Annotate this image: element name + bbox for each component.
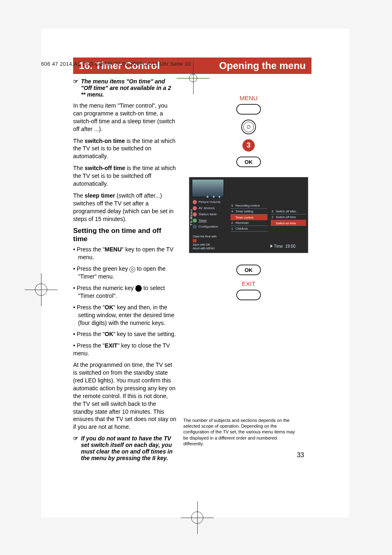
osd-hints: Clear the time with Save with OK Abort w… [193, 235, 217, 250]
section-heading: Setting the on time and off time [73, 227, 177, 243]
step-1: Press the "MENU" key to open the TV menu… [73, 246, 177, 261]
ok-button-icon: OK [236, 157, 261, 167]
intro-paragraph: In the menu item "Timer control", you ca… [73, 102, 177, 133]
menu-button-icon [236, 104, 261, 115]
switch-on-paragraph: The switch-on time is the time at which … [73, 137, 177, 161]
menu-label: MENU [212, 94, 286, 101]
green-button-icon [241, 120, 256, 134]
ok-button-icon: OK [236, 265, 261, 275]
step-5: • Press the "OK" key to save the setting… [73, 330, 177, 338]
dot-icon [193, 212, 197, 216]
dot-icon [193, 200, 197, 204]
osd-time-display: Time 19:00 [270, 244, 295, 249]
manual-page: 606 47 2014.A1 LCD-GB MK 22.06.2006 14:1… [41, 29, 349, 518]
pointing-hand-icon: ☞ [73, 435, 78, 461]
star-rating-icon: ★ ★ ★ [206, 195, 222, 199]
page-number: 33 [297, 451, 304, 459]
note-clear-times: ☞ If you do not want to have the TV set … [73, 435, 177, 461]
step-4: Press the "OK" key and then, in the sett… [73, 304, 177, 327]
standby-explanation: At the programmed on time, the TV set is… [73, 361, 177, 431]
step-list: Press the "MENU" key to open the TV menu… [73, 246, 177, 357]
pointing-hand-icon: ☞ [73, 78, 78, 98]
step-6: • Press the "EXIT" key to close the TV m… [73, 342, 177, 357]
osd-submenu: 5Recording control 4Timer setting Timer … [231, 203, 267, 232]
note-2star-limitation: ☞ The menu items "On time" and "Off time… [73, 78, 177, 98]
numeric-2-icon: 2 [135, 285, 142, 292]
step-3: Press the numeric key 2 to select "Timer… [73, 284, 177, 300]
footnote: The number of subjects and sections depe… [183, 417, 298, 447]
green-key-icon [129, 267, 135, 272]
switch-off-paragraph: The switch-off time is the time at which… [73, 164, 177, 188]
print-header: 606 47 2014.A1 LCD-GB MK 22.06.2006 14:1… [41, 61, 191, 67]
sleep-timer-paragraph: The sleep timer (switch off after...) sw… [73, 192, 177, 223]
red-box-icon [193, 239, 196, 242]
exit-label: EXIT [212, 280, 286, 287]
title-right: Opening the menu [219, 60, 306, 71]
left-column: ☞ The menu items "On time" and "Off time… [41, 74, 181, 470]
dot-icon [193, 219, 197, 223]
remote-sequence-bottom: OK EXIT [212, 265, 286, 300]
right-column: MENU 3 OK ★ ★ ★ TV-Menu Picture·Volume A… [181, 74, 312, 470]
crop-mark-bottom [181, 501, 214, 534]
dot-icon [193, 206, 197, 210]
osd-screenshot: ★ ★ ★ TV-Menu Picture·Volume AV devices … [189, 177, 308, 253]
number-3-icon: 3 [242, 139, 255, 152]
play-triangle-icon [270, 244, 273, 248]
osd-submenu-2: 3Switch off after... 2Switch-off time Sw… [271, 209, 306, 226]
exit-button-icon [236, 290, 261, 300]
svg-point-0 [247, 125, 250, 129]
osd-sidebar: Picture·Volume AV devices Station table … [193, 199, 226, 230]
dot-icon [193, 225, 197, 229]
step-2: Press the green key to open the "Timer" … [73, 265, 177, 281]
crop-mark-left [25, 273, 58, 306]
remote-sequence-top: MENU 3 OK [212, 94, 286, 167]
